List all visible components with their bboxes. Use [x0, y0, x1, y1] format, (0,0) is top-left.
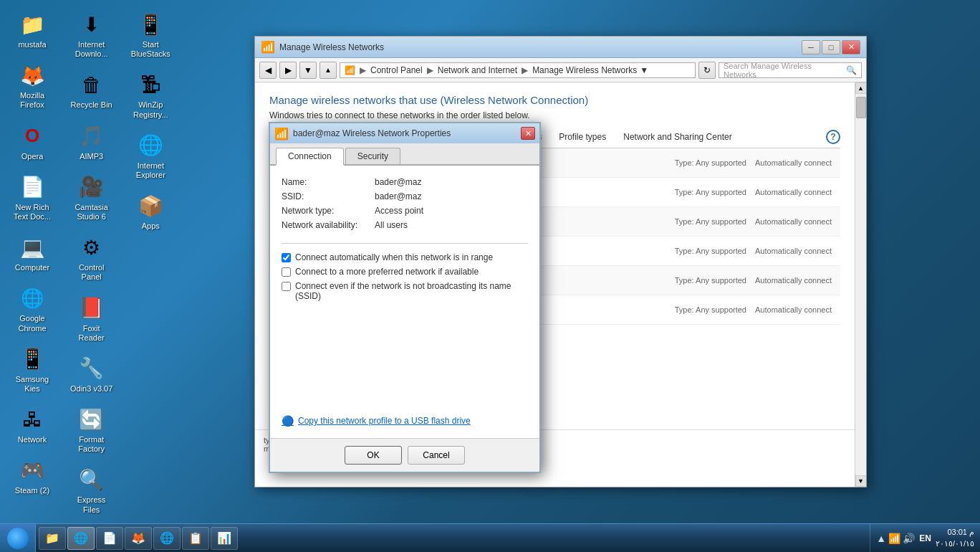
tab-connection[interactable]: Connection	[276, 148, 344, 166]
path-manage-wireless[interactable]: Manage Wireless Networks	[532, 65, 637, 75]
desktop-icon-winzip[interactable]: 🗜 WinZip Registry...	[125, 67, 176, 122]
dialog-content: Name: bader@maz SSID: bader@maz Network …	[270, 166, 539, 438]
ok-button[interactable]: OK	[345, 446, 402, 465]
dialog-title: bader@maz Wireless Network Properties	[293, 128, 517, 138]
recent-button[interactable]: ▼	[299, 62, 317, 79]
desktop-icon-aimp3[interactable]: 🎵 AIMP3	[67, 119, 117, 164]
desktop-icon-control-panel[interactable]: ⚙ Control Panel	[67, 230, 117, 285]
taskbar-app-6[interactable]: 📋	[182, 527, 209, 550]
path-control-panel[interactable]: Control Panel	[370, 65, 423, 75]
taskbar-app-chrome[interactable]: 🌐	[67, 527, 95, 550]
desktop-icon-firefox[interactable]: 🦊 Mozilla Firefox	[7, 58, 57, 113]
desktop-icon-recycle-bin[interactable]: 🗑 Recycle Bin	[67, 67, 117, 113]
up-button[interactable]: ▲	[320, 62, 337, 79]
usb-link[interactable]: 🔵 Copy this network profile to a USB fla…	[282, 415, 528, 427]
desktop-icon-ie[interactable]: 🌐 Internet Explorer	[125, 128, 176, 183]
cancel-button[interactable]: Cancel	[408, 446, 465, 465]
maximize-button[interactable]: □	[822, 40, 840, 54]
close-button[interactable]: ✕	[842, 40, 860, 54]
minimize-button[interactable]: ─	[802, 40, 820, 54]
scroll-up-arrow[interactable]: ▲	[855, 82, 867, 94]
taskbar-app-wordpad[interactable]: 📄	[96, 527, 123, 550]
start-button[interactable]	[0, 524, 36, 553]
profile-types-button[interactable]: Profile types	[550, 129, 615, 145]
steam-icon: 🎮	[18, 456, 47, 485]
samsung-icon: 📱	[18, 345, 47, 373]
dialog-tabs: Connection Security	[270, 143, 539, 166]
desktop-icon-apps[interactable]: 📦 Apps	[125, 189, 176, 234]
desktop-icon-steam[interactable]: 🎮 Steam (2)	[7, 453, 57, 498]
signal-icon: 📶	[345, 65, 355, 75]
help-button[interactable]: ?	[826, 130, 840, 144]
system-clock[interactable]: 03:01 م ٢٠١٥/٠١/١٥	[936, 527, 974, 549]
checkbox-no-broadcast-row: Connect even if the network is not broad…	[282, 281, 528, 301]
refresh-button[interactable]: ↻	[698, 62, 716, 79]
computer-icon: 💻	[18, 233, 47, 262]
desktop-icon-camtasia[interactable]: 🎥 Camtasia Studio 6	[67, 170, 117, 224]
format-factory-icon: 🔄	[77, 405, 106, 434]
app7-icon: 📊	[217, 531, 231, 545]
desktop-icon-chrome[interactable]: 🌐 Google Chrome	[7, 281, 57, 336]
no-broadcast-label: Connect even if the network is not broad…	[295, 281, 528, 301]
vertical-scrollbar[interactable]: ▲ ▼	[855, 82, 866, 487]
window-icon: 📶	[261, 40, 275, 54]
desktop-icon-bluestacks[interactable]: 📱 Start BlueStacks	[125, 7, 176, 62]
path-network-internet[interactable]: Network and Internet	[438, 65, 517, 75]
tray-up-arrow[interactable]: ▲	[876, 533, 886, 544]
search-icon[interactable]: 🔍	[846, 65, 857, 75]
taskbar-app-explorer[interactable]: 📁	[39, 527, 66, 550]
search-box[interactable]: Search Manage Wireless Networks 🔍	[719, 62, 862, 78]
desktop-icon-format-factory[interactable]: 🔄 Format Factory	[67, 402, 117, 457]
page-heading: Manage wireless networks that use (Wirel…	[269, 94, 840, 106]
preferred-checkbox[interactable]	[282, 267, 291, 277]
desktop-icon-express-files[interactable]: 🔍 Express Files	[67, 462, 117, 517]
back-button[interactable]: ◀	[259, 62, 277, 79]
app6-icon: 📋	[188, 531, 203, 545]
bluestacks-icon: 📱	[136, 10, 165, 39]
taskbar-app-7[interactable]: 📊	[211, 527, 238, 550]
path-sep3: ▶	[522, 65, 528, 75]
desktop-icon-network[interactable]: 🖧 Network	[7, 402, 57, 447]
path-dropdown[interactable]: ▼	[640, 65, 648, 75]
checkbox-auto-connect-row: Connect automatically when this network …	[282, 252, 528, 262]
scroll-thumb[interactable]	[856, 97, 866, 118]
apps-icon: 📦	[136, 191, 165, 220]
ie-icon: 🌐	[136, 131, 165, 160]
address-path[interactable]: 📶 ▶ Control Panel ▶ Network and Internet…	[340, 62, 696, 78]
tray-icons: ▲ 📶 🔊	[876, 533, 915, 544]
desktop-icon-foxit[interactable]: 📕 Foxit Reader	[67, 291, 117, 346]
network-type-label: Network type:	[282, 206, 375, 216]
network-connect-4: Automatically connect	[755, 247, 832, 255]
taskbar-app-5[interactable]: 🌐	[153, 527, 181, 550]
network-type-1: Type: Any supported	[675, 158, 746, 167]
desktop-icon-idm[interactable]: ⬇ Internet Downlo...	[67, 7, 117, 62]
divider	[282, 243, 528, 244]
network-sharing-center-button[interactable]: Network and Sharing Center	[615, 129, 740, 145]
opera-icon: O	[18, 122, 47, 151]
camtasia-icon: 🎥	[77, 173, 106, 201]
scroll-down-arrow[interactable]: ▼	[855, 475, 867, 487]
desktop-icon-new-doc[interactable]: 📄 New Rich Text Doc...	[7, 170, 57, 224]
no-broadcast-checkbox[interactable]	[282, 282, 291, 291]
taskbar-app-firefox[interactable]: 🦊	[125, 527, 152, 550]
express-files-icon: 🔍	[77, 465, 106, 494]
desktop-icon-computer[interactable]: 💻 Computer	[7, 230, 57, 275]
language-indicator[interactable]: EN	[919, 533, 931, 543]
toolbar-right: ?	[826, 130, 840, 144]
control-panel-icon: ⚙	[77, 233, 106, 262]
firefox-taskbar-icon: 🦊	[131, 531, 145, 545]
search-placeholder: Search Manage Wireless Networks	[724, 62, 846, 79]
tray-speaker-icon[interactable]: 🔊	[903, 533, 915, 544]
dialog-close-button[interactable]: ✕	[521, 127, 535, 140]
usb-link-text: Copy this network profile to a USB flash…	[298, 416, 471, 426]
desktop-icon-mustafa[interactable]: 📁 mustafa	[7, 7, 57, 52]
auto-connect-checkbox[interactable]	[282, 253, 291, 262]
desktop-icon-odin3[interactable]: 🔧 Odin3 v3.07	[67, 351, 117, 396]
tab-security[interactable]: Security	[345, 148, 400, 164]
foxit-icon: 📕	[77, 294, 106, 323]
name-value: bader@maz	[375, 177, 422, 187]
forward-button[interactable]: ▶	[279, 62, 297, 79]
firefox-icon: 🦊	[18, 61, 47, 90]
desktop-icon-opera[interactable]: O Opera	[7, 119, 57, 164]
desktop-icon-samsung-kies[interactable]: 📱 Samsung Kies	[7, 342, 57, 396]
